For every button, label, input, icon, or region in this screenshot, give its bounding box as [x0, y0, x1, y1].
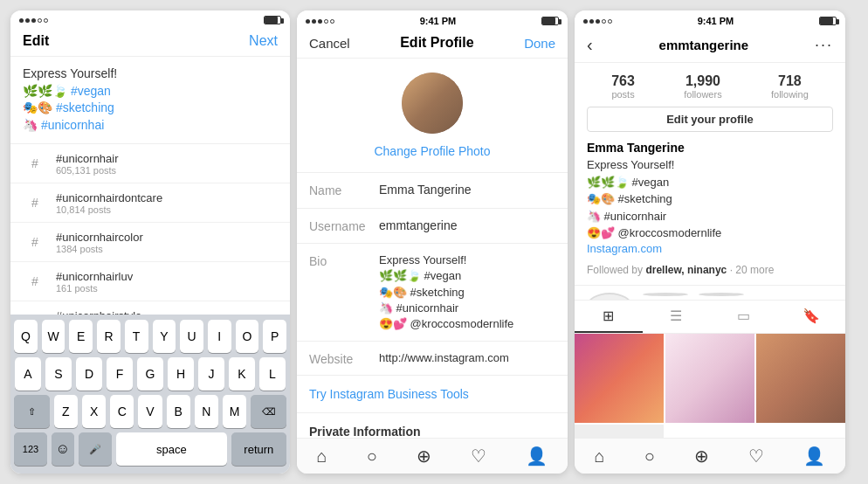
key-t[interactable]: T: [125, 320, 148, 353]
key-numbers[interactable]: 123: [14, 432, 47, 466]
next-button[interactable]: Next: [249, 33, 278, 49]
bottom-nav-2: ⌂ ○ ⊕ ♡ 👤: [297, 438, 568, 474]
nav-heart-icon-3[interactable]: ♡: [748, 446, 764, 467]
photo-cell-1[interactable]: [575, 334, 664, 423]
caption-line1: Express Yourself!: [23, 66, 278, 83]
key-return[interactable]: return: [231, 432, 286, 466]
bio-field[interactable]: Bio Express Yourself! 🌿🌿🍃 #vegan 🎭🎨 #ske…: [297, 244, 568, 342]
key-mic[interactable]: 🎤: [79, 432, 112, 466]
hashtag-info: #unicornhairstyle 309 posts: [56, 309, 278, 315]
key-n[interactable]: N: [195, 395, 218, 428]
key-h[interactable]: H: [168, 357, 194, 391]
business-tools-link[interactable]: Try Instagram Business Tools: [309, 387, 469, 401]
hashtag-item[interactable]: # #unicornhairluv 161 posts: [10, 262, 290, 301]
key-o[interactable]: O: [236, 320, 259, 353]
keyboard-row-2: A S D F G H J K L: [14, 357, 286, 391]
key-space[interactable]: space: [116, 432, 227, 466]
key-g[interactable]: G: [137, 357, 163, 391]
edit-profile-button[interactable]: Edit your profile: [587, 107, 833, 132]
hashtag-info: #unicornhair 605,131 posts: [56, 152, 278, 176]
hashtag-info: #unicornhairdontcare 10,814 posts: [56, 191, 278, 215]
key-r[interactable]: R: [97, 320, 121, 353]
nav-person-icon[interactable]: 👤: [526, 446, 548, 467]
highlight-new-circle: +: [587, 293, 632, 300]
nav-person-icon-3[interactable]: 👤: [803, 446, 825, 467]
key-j[interactable]: J: [198, 357, 224, 391]
key-w[interactable]: W: [42, 320, 65, 353]
key-z[interactable]: Z: [54, 395, 78, 428]
key-c[interactable]: C: [110, 395, 134, 428]
signal-dot-2: [25, 18, 30, 23]
nav-search-icon[interactable]: ○: [367, 446, 377, 467]
hashtag-item[interactable]: # #unicornhairdontcare 10,814 posts: [10, 183, 290, 223]
hash-icon: #: [23, 230, 47, 254]
key-u[interactable]: U: [180, 320, 203, 353]
hashtag-item[interactable]: # #unicornhair 605,131 posts: [10, 144, 290, 183]
profile-content: 763 posts 1,990 followers 718 following …: [575, 63, 845, 438]
caption-area[interactable]: Express Yourself! 🌿🌿🍃 #vegan 🎭🎨 #sketchi…: [10, 57, 290, 144]
key-e[interactable]: E: [69, 320, 93, 353]
key-y[interactable]: Y: [153, 320, 176, 353]
signal-dots-2: [306, 19, 334, 24]
key-x[interactable]: X: [82, 395, 106, 428]
key-s[interactable]: S: [45, 357, 72, 391]
tab-list[interactable]: ☰: [643, 301, 711, 333]
key-d[interactable]: D: [76, 357, 102, 391]
photo-cell-2[interactable]: [665, 334, 754, 423]
key-m[interactable]: M: [223, 395, 246, 428]
key-l[interactable]: L: [259, 357, 286, 391]
tab-grid[interactable]: ⊞: [575, 301, 643, 333]
signal-dots-3: [583, 19, 612, 24]
back-button[interactable]: ‹: [587, 35, 593, 55]
status-bar-1: [10, 10, 290, 26]
username-label: Username: [309, 218, 379, 233]
done-button[interactable]: Done: [524, 36, 555, 51]
hashtag-info: #unicornhaircolor 1384 posts: [56, 231, 278, 254]
hash-icon: #: [23, 151, 47, 176]
caption-line4: 🦄 #unicornhai: [23, 117, 278, 135]
photo-cell-3[interactable]: [756, 334, 845, 423]
key-i[interactable]: I: [208, 320, 231, 353]
website-field[interactable]: Website http://www.instagram.com: [297, 342, 568, 376]
hashtag-item[interactable]: # #unicornhaircolor 1384 posts: [10, 223, 290, 262]
screen-profile: 9:41 PM ‹ emmtangerine ··· 763 posts 1,9…: [575, 10, 845, 474]
signal-dot-3: [31, 18, 36, 23]
edit-profile-content: Change Profile Photo Name Emma Tangerine…: [297, 59, 568, 438]
nav-home-icon-3[interactable]: ⌂: [595, 446, 605, 467]
nav-add-icon-3[interactable]: ⊕: [694, 446, 709, 467]
photo-grid: [575, 334, 845, 439]
hashtag-item[interactable]: # #unicornhairstyle 309 posts 92: [10, 301, 290, 315]
nav-heart-icon[interactable]: ♡: [471, 446, 486, 467]
screen-edit-post: Edit Next Express Yourself! 🌿🌿🍃 #vegan 🎭…: [10, 10, 290, 474]
nav-add-icon[interactable]: ⊕: [417, 446, 431, 467]
name-field[interactable]: Name Emma Tangerine: [297, 173, 568, 209]
hash-icon: #: [23, 190, 47, 215]
battery-icon-1: [264, 16, 281, 24]
key-p[interactable]: P: [263, 320, 286, 353]
business-tools-section: Try Instagram Business Tools: [297, 376, 568, 413]
caption-line3: 🎭🎨 #sketching: [23, 100, 278, 117]
photo-cell-4[interactable]: [575, 425, 664, 439]
bio-website-link[interactable]: Instagram.com: [587, 242, 833, 255]
key-a[interactable]: A: [15, 357, 41, 391]
key-k[interactable]: K: [229, 357, 255, 391]
key-b[interactable]: B: [167, 395, 190, 428]
tab-bookmark[interactable]: 🔖: [778, 301, 846, 333]
change-photo-button[interactable]: Change Profile Photo: [374, 144, 490, 158]
key-shift[interactable]: ⇧: [14, 395, 50, 428]
highlight-food-circle: [643, 293, 688, 296]
tab-portrait[interactable]: ▭: [710, 301, 778, 333]
key-delete[interactable]: ⌫: [251, 395, 286, 428]
highlight-art-circle: [699, 293, 744, 296]
key-emoji[interactable]: ☺: [52, 432, 74, 466]
nav-search-icon-3[interactable]: ○: [644, 446, 655, 467]
profile-photo-section: Change Profile Photo: [297, 59, 568, 173]
key-q[interactable]: Q: [14, 320, 38, 353]
key-v[interactable]: V: [138, 395, 162, 428]
cancel-button[interactable]: Cancel: [309, 36, 350, 51]
username-field[interactable]: Username emmtangerine: [297, 209, 568, 245]
key-f[interactable]: F: [107, 357, 133, 391]
hashtag-name: #unicornhairstyle: [56, 309, 278, 315]
more-button[interactable]: ···: [815, 36, 833, 54]
nav-home-icon[interactable]: ⌂: [317, 446, 327, 467]
